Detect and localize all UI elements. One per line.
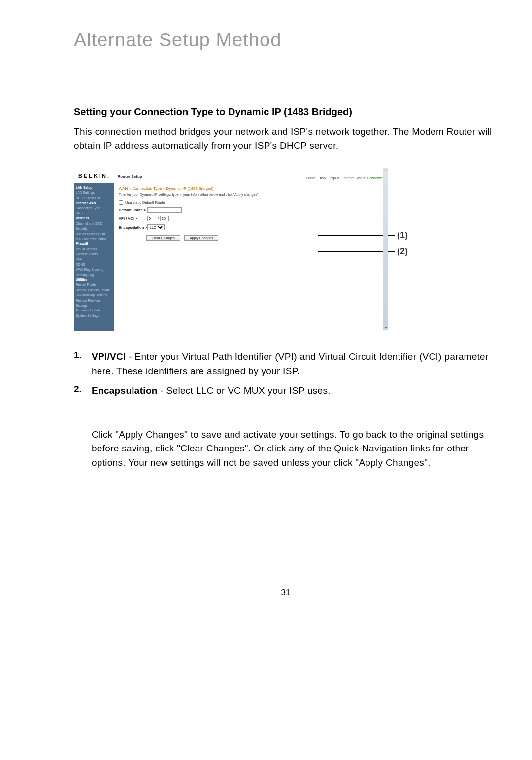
list-number: 2. (74, 384, 92, 395)
sidebar-item[interactable]: Connection Type (76, 206, 112, 211)
sidebar-item[interactable]: Restore Factory Default (76, 288, 112, 293)
clear-changes-button[interactable]: Clear Changes (146, 235, 180, 241)
sidebar-item[interactable]: Use as Access Point (76, 232, 112, 237)
list-item-1: 1.VPI/VCI - Enter your Virtual Path Iden… (92, 350, 498, 378)
vpi-vci-text: - Enter your Virtual Path Identifier (VP… (92, 351, 489, 376)
router-setup-label: Router Setup (117, 174, 142, 179)
static-route-checkbox[interactable] (119, 200, 123, 205)
default-route-input[interactable] (147, 207, 182, 213)
sidebar-firewall[interactable]: Firewall (76, 242, 112, 246)
top-links-nav[interactable]: Home | Help | Logout (306, 176, 339, 180)
scrollbar[interactable]: ▴ ▾ (383, 168, 388, 330)
sidebar-utilities[interactable]: Utilities (76, 277, 112, 282)
slash-sep: / (158, 216, 159, 221)
closing-paragraph: Click "Apply Changes" to save and activa… (92, 428, 498, 470)
sidebar-item[interactable]: Firmware Update (76, 308, 112, 313)
default-route-label: Default Route > (119, 208, 147, 212)
router-screenshot: BELKIN. Router Setup Home | Help | Logou… (74, 168, 388, 330)
list-number: 1. (74, 350, 92, 361)
sidebar-item[interactable]: Restore Previous Settings (76, 298, 112, 309)
sidebar-item[interactable]: DMZ (76, 257, 112, 262)
sidebar-item[interactable]: Security Log (76, 273, 112, 277)
instruction-text: To enter your Dynamic IP settings, type … (119, 193, 383, 196)
scroll-down-icon[interactable]: ▾ (384, 326, 388, 330)
top-links: Home | Help | Logout Internet Status: Co… (306, 176, 384, 180)
sidebar-item[interactable]: MAC Address Control (76, 237, 112, 242)
sidebar-item[interactable]: Restart Router (76, 282, 112, 287)
status-value: Connected (367, 176, 384, 180)
sidebar: LAN Setup LAN Settings DHCP Client List … (74, 183, 114, 331)
static-route-label: Use static Default Route (125, 200, 165, 205)
sidebar-wireless[interactable]: Wireless (76, 216, 112, 221)
intro-paragraph: This connection method bridges your netw… (74, 125, 498, 153)
brand-logo: BELKIN. (78, 173, 110, 179)
encapsulation-bold: Encapsulation (92, 385, 158, 396)
sidebar-lan-setup[interactable]: LAN Setup (76, 185, 112, 190)
sidebar-item[interactable]: Client IP Filters (76, 252, 112, 257)
breadcrumb: WAN > Connection Type > Dynamic IP (1483… (119, 186, 383, 191)
sidebar-item[interactable]: LAN Settings (76, 190, 112, 195)
list-item-2: 2.Encapsulation - Select LLC or VC MUX y… (92, 384, 498, 398)
status-label: Internet Status: (343, 176, 366, 180)
apply-changes-button[interactable]: Apply Changes (184, 235, 218, 241)
page-number: 31 (74, 588, 498, 598)
sidebar-item[interactable]: DDNS (76, 262, 112, 267)
sidebar-internet-wan[interactable]: Internet WAN (76, 201, 112, 206)
encapsulation-label: Encapsulation > (119, 225, 147, 230)
section-heading: Setting your Connection Type to Dynamic … (74, 106, 498, 118)
sidebar-item[interactable]: Save/Backup Settings (76, 293, 112, 298)
sidebar-item[interactable]: DHCP Client List (76, 196, 112, 201)
encapsulation-select[interactable]: LLC (147, 224, 165, 230)
sidebar-item[interactable]: Virtual Servers (76, 247, 112, 252)
sidebar-item[interactable]: Security (76, 226, 112, 231)
vpi-vci-label: VPI / VCI > (119, 216, 147, 221)
sidebar-item[interactable]: WAN Ping Blocking (76, 267, 112, 272)
scr-main: WAN > Connection Type > Dynamic IP (1483… (114, 183, 388, 331)
scroll-up-icon[interactable]: ▴ (384, 168, 388, 172)
page-title: Alternate Setup Method (74, 30, 498, 57)
sidebar-item[interactable]: Channel and SSID (76, 221, 112, 226)
vpi-input[interactable] (147, 216, 156, 221)
sidebar-item[interactable]: System Settings (76, 313, 112, 318)
encapsulation-text: - Select LLC or VC MUX your ISP uses. (158, 385, 331, 396)
scr-header: BELKIN. Router Setup Home | Help | Logou… (74, 168, 388, 183)
vpi-vci-bold: VPI/VCI (92, 351, 126, 362)
callout-1: (1) (397, 230, 408, 241)
sidebar-item[interactable]: DNS (76, 211, 112, 216)
vci-input[interactable] (160, 216, 169, 221)
callout-2: (2) (397, 246, 408, 257)
